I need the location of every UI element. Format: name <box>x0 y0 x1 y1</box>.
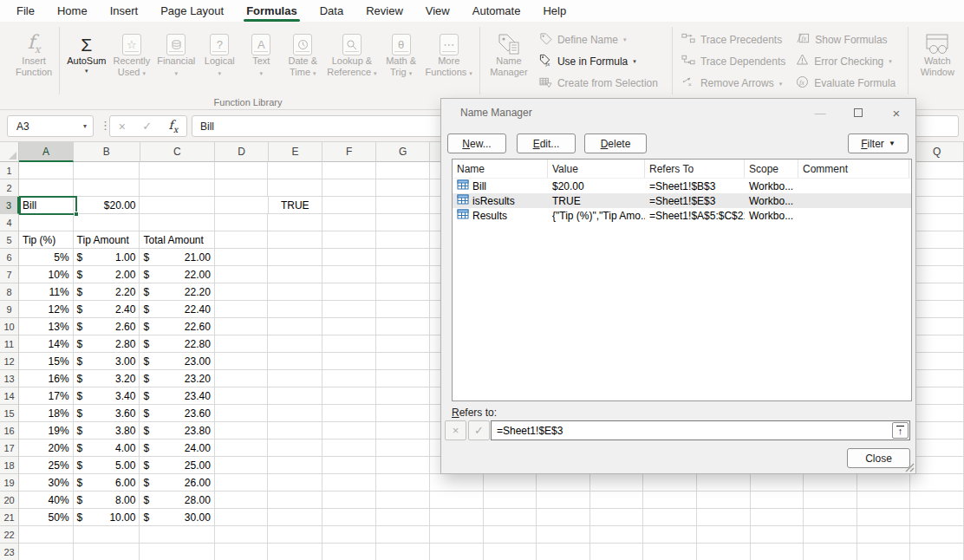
cell-E20[interactable] <box>268 492 322 509</box>
cell-D9[interactable] <box>215 301 269 318</box>
cell-A8[interactable]: 11% <box>19 283 74 301</box>
close-icon[interactable]: × <box>877 99 915 127</box>
cell-Q22[interactable] <box>910 526 964 544</box>
row-header-7[interactable]: 7 <box>0 266 19 283</box>
cell-Q13[interactable] <box>910 370 964 387</box>
date-time-button[interactable]: Date &Time ▾ <box>282 25 323 94</box>
cell-D3[interactable] <box>215 197 269 214</box>
insert-function-button[interactable]: fx Insert Function <box>12 25 55 94</box>
cell-P23[interactable] <box>857 544 911 560</box>
cell-C15[interactable]: $23.60 <box>140 405 214 422</box>
cell-G23[interactable] <box>376 544 431 560</box>
cell-D22[interactable] <box>215 526 269 544</box>
cell-E22[interactable] <box>268 526 322 544</box>
cell-I20[interactable] <box>484 492 537 509</box>
cell-E13[interactable] <box>268 370 322 387</box>
maximize-icon[interactable] <box>839 99 877 127</box>
cell-P21[interactable] <box>857 509 911 526</box>
cell-F1[interactable] <box>322 162 376 179</box>
cell-I21[interactable] <box>484 509 537 526</box>
cell-E21[interactable] <box>268 509 322 526</box>
cell-C14[interactable]: $23.40 <box>140 387 214 405</box>
cell-A22[interactable] <box>19 526 74 544</box>
trace-dependents-button[interactable]: Trace Dependents <box>676 50 791 72</box>
financial-button[interactable]: Financial▾ <box>153 25 199 94</box>
cell-Q19[interactable] <box>910 474 964 492</box>
row-header-21[interactable]: 21 <box>0 509 19 526</box>
cell-F5[interactable] <box>322 231 376 249</box>
cell-G6[interactable] <box>376 249 431 266</box>
cell-D12[interactable] <box>215 353 269 370</box>
cell-D16[interactable] <box>215 422 269 440</box>
tab-view[interactable]: View <box>414 1 461 22</box>
row-header-19[interactable]: 19 <box>0 474 19 492</box>
cell-B18[interactable]: $5.00 <box>74 457 140 474</box>
cell-E18[interactable] <box>268 457 322 474</box>
cell-N22[interactable] <box>751 526 804 544</box>
cell-Q20[interactable] <box>910 492 964 509</box>
use-in-formula-button[interactable]: fxUse in Formula▾ <box>534 50 663 72</box>
cell-C5[interactable]: Total Amount <box>140 231 214 249</box>
cell-C3[interactable] <box>140 197 214 214</box>
cell-C12[interactable]: $23.00 <box>140 353 214 370</box>
row-header-8[interactable]: 8 <box>0 283 19 301</box>
cell-H20[interactable] <box>430 492 484 509</box>
close-button[interactable]: Close <box>847 448 910 468</box>
row-header-3[interactable]: 3 <box>0 197 19 214</box>
cell-O21[interactable] <box>804 509 857 526</box>
cell-Q16[interactable] <box>910 422 964 440</box>
cell-F8[interactable] <box>322 283 376 301</box>
cell-A13[interactable]: 16% <box>19 370 74 387</box>
lookup-reference-button[interactable]: Lookup &Reference ▾ <box>323 25 380 94</box>
row-header-5[interactable]: 5 <box>0 231 19 249</box>
cell-G11[interactable] <box>376 335 431 353</box>
cell-O23[interactable] <box>804 544 857 560</box>
list-header-value[interactable]: Value <box>548 160 645 178</box>
cell-C18[interactable]: $25.00 <box>140 457 214 474</box>
cell-A18[interactable]: 25% <box>19 457 74 474</box>
math-trig-button[interactable]: θMath &Trig ▾ <box>381 25 422 94</box>
row-header-4[interactable]: 4 <box>0 214 19 231</box>
tab-page-layout[interactable]: Page Layout <box>149 1 235 22</box>
cell-L21[interactable] <box>643 509 697 526</box>
create-from-selection-button[interactable]: Create from Selection <box>534 73 663 94</box>
cell-F2[interactable] <box>322 179 376 197</box>
cancel-icon[interactable]: × <box>119 120 126 133</box>
confirm-refers-button[interactable]: ✓ <box>468 420 490 440</box>
cell-Q8[interactable] <box>910 283 964 301</box>
cell-B4[interactable] <box>74 214 140 231</box>
cell-B23[interactable] <box>74 544 140 560</box>
cell-F23[interactable] <box>322 544 376 560</box>
autosum-button[interactable]: Σ AutoSum ▾ <box>63 25 109 94</box>
cell-A6[interactable]: 5% <box>19 249 74 266</box>
cell-D21[interactable] <box>215 509 269 526</box>
cell-Q12[interactable] <box>910 353 964 370</box>
watch-window-button[interactable]: Watch Window <box>912 25 962 94</box>
cell-M19[interactable] <box>697 474 751 492</box>
cell-F11[interactable] <box>322 335 376 353</box>
cell-G10[interactable] <box>376 318 431 335</box>
cell-E2[interactable] <box>268 179 322 197</box>
cell-A14[interactable]: 17% <box>19 387 74 405</box>
text-button[interactable]: AText▾ <box>240 25 282 94</box>
insert-function-fx-icon[interactable]: fx <box>168 118 178 134</box>
cell-F14[interactable] <box>322 387 376 405</box>
cell-Q15[interactable] <box>910 405 964 422</box>
cell-E17[interactable] <box>268 440 322 457</box>
cell-F19[interactable] <box>322 474 376 492</box>
cell-O22[interactable] <box>804 526 857 544</box>
cell-E14[interactable] <box>268 387 322 405</box>
cell-P22[interactable] <box>857 526 911 544</box>
cell-F7[interactable] <box>322 266 376 283</box>
cell-Q10[interactable] <box>910 318 964 335</box>
error-checking-button[interactable]: Error Checking▾ <box>791 50 901 72</box>
list-header-comment[interactable]: Comment <box>798 160 909 178</box>
cell-G2[interactable] <box>376 179 431 197</box>
cell-D20[interactable] <box>215 492 269 509</box>
cell-B8[interactable]: $2.20 <box>74 283 140 301</box>
cell-B17[interactable]: $4.00 <box>74 440 140 457</box>
cell-D11[interactable] <box>215 335 269 353</box>
cell-G1[interactable] <box>376 162 431 179</box>
show-formulas-button[interactable]: fxShow Formulas <box>791 29 901 50</box>
cell-C23[interactable] <box>140 544 214 560</box>
